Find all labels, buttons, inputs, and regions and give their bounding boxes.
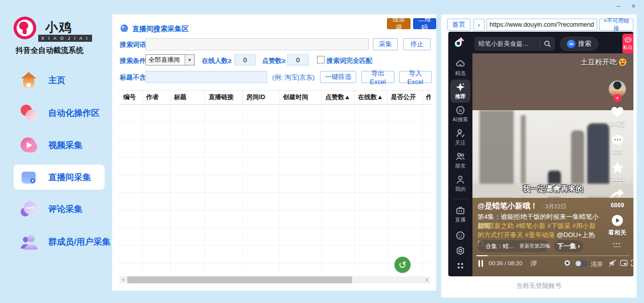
comment-icon[interactable] bbox=[610, 133, 625, 147]
progress-bar[interactable] bbox=[476, 255, 629, 256]
clear-screen-label: 清屏 bbox=[591, 260, 603, 269]
direct-message-badge[interactable]: 私信 bbox=[622, 34, 633, 54]
col-header[interactable]: 在线数▲ bbox=[354, 91, 387, 105]
sidebar-item-label: 视频采集 bbox=[48, 139, 83, 151]
sidebar-item-user-collect[interactable]: 群成员/用户采集 bbox=[14, 229, 105, 254]
recommend-icon bbox=[455, 82, 465, 92]
share-count: 6869 bbox=[611, 202, 624, 209]
mini-window-icon[interactable] bbox=[620, 259, 628, 267]
nav-ai-search[interactable]: AI AI搜索 bbox=[450, 103, 470, 126]
url-input[interactable] bbox=[487, 19, 597, 31]
message-icon bbox=[625, 37, 631, 43]
col-header[interactable]: 创建时间 bbox=[279, 91, 321, 105]
browser-back-button[interactable]: ‹ bbox=[473, 19, 485, 31]
next-episode-button[interactable]: 下一集 › bbox=[554, 240, 583, 252]
sidebar-item-label: 自动化操作区 bbox=[48, 107, 100, 119]
sidebar-item-live-collect[interactable]: 直播间采集 bbox=[14, 165, 105, 190]
online-count-label: 在线人数≥ bbox=[202, 56, 231, 65]
search-icon[interactable] bbox=[544, 40, 551, 47]
col-header[interactable]: 是否公开 bbox=[387, 91, 422, 105]
collect-button[interactable]: 采集 bbox=[373, 38, 398, 50]
horizontal-scrollbar[interactable]: ‹ › bbox=[120, 276, 431, 283]
invalid-link-button[interactable]: ×不可用链接 bbox=[599, 19, 633, 31]
search-words-label: 搜索词语 bbox=[120, 40, 146, 49]
featured-icon bbox=[455, 59, 465, 69]
scrollbar-thumb[interactable] bbox=[127, 276, 352, 283]
live-icon bbox=[455, 205, 465, 215]
fullscreen-icon[interactable] bbox=[630, 259, 633, 267]
table-row bbox=[120, 193, 431, 210]
col-header[interactable]: 标题 bbox=[170, 91, 205, 105]
user-collect-icon bbox=[19, 232, 38, 251]
minimize-button[interactable]: − bbox=[613, 1, 624, 11]
sidebar-item-comment-collect[interactable]: 评论采集 bbox=[14, 196, 105, 221]
export-excel-button[interactable]: 导出Excel bbox=[361, 71, 394, 83]
one-click-filter-button[interactable]: 一键筛选 bbox=[320, 71, 356, 83]
nav-live[interactable]: 直播 bbox=[450, 203, 470, 226]
share-icon[interactable] bbox=[610, 188, 625, 200]
scroll-right-icon[interactable]: › bbox=[423, 276, 431, 283]
related-videos-label[interactable]: 看相关 bbox=[608, 229, 626, 237]
playback-time: 00:36 / 08:20 bbox=[489, 260, 522, 266]
col-header[interactable]: 直播链接 bbox=[205, 91, 243, 105]
sidebar-item-home[interactable]: 主页 bbox=[14, 67, 105, 93]
login-status-text: 当前无登陆账号 bbox=[441, 281, 636, 290]
author-avatar[interactable] bbox=[609, 81, 626, 98]
section-title: 直播间搜索采集区 bbox=[132, 25, 189, 34]
exact-match-checkbox[interactable] bbox=[317, 56, 325, 63]
sidebar-item-automation[interactable]: 自动化操作区 bbox=[14, 100, 105, 125]
douyin-logo bbox=[452, 35, 467, 50]
nav-featured[interactable]: 精选 bbox=[450, 56, 470, 80]
qrcode-button[interactable]: 二维码 bbox=[413, 18, 436, 29]
close-button[interactable]: × bbox=[628, 1, 639, 11]
nav-settings[interactable] bbox=[450, 243, 470, 258]
progress-played bbox=[476, 255, 488, 256]
favorite-icon[interactable] bbox=[610, 161, 625, 174]
nav-recommend[interactable]: 推荐 bbox=[450, 80, 470, 103]
mute-icon[interactable] bbox=[608, 259, 617, 267]
nav-game-center[interactable] bbox=[450, 228, 470, 243]
like-icon[interactable] bbox=[610, 105, 625, 118]
nav-mine[interactable]: 我的 bbox=[450, 172, 470, 195]
video-author[interactable]: @是蜡笔小新哦！ · 3月22日 bbox=[477, 201, 567, 211]
nav-friends[interactable]: 朋友 bbox=[450, 149, 470, 172]
room-type-select[interactable]: 全部直播间 ▼ bbox=[145, 54, 195, 65]
online-count-input[interactable] bbox=[234, 54, 256, 65]
collection-pill[interactable]: 合集：蜡... 更新至第20集 bbox=[477, 240, 549, 252]
col-header[interactable]: 编号 bbox=[120, 91, 142, 105]
scroll-left-icon[interactable]: ‹ bbox=[120, 276, 127, 283]
clear-screen-toggle[interactable] bbox=[575, 260, 588, 267]
condition-label: 搜索条件 bbox=[120, 56, 146, 65]
emoji-icon bbox=[619, 58, 626, 66]
nav-more-apps[interactable] bbox=[450, 258, 470, 273]
col-header[interactable]: 点赞数▲ bbox=[321, 91, 354, 105]
likes-count-input[interactable] bbox=[287, 54, 308, 65]
col-header[interactable]: 作者ID bbox=[422, 91, 431, 105]
search-words-input[interactable] bbox=[145, 38, 369, 50]
ai-search-button[interactable]: AI 搜索 bbox=[560, 37, 598, 51]
pause-button[interactable] bbox=[478, 260, 483, 267]
related-videos-icon[interactable] bbox=[611, 214, 624, 227]
banned-words-button[interactable]: 违禁词 bbox=[387, 18, 411, 29]
col-header[interactable]: 作者 bbox=[142, 91, 170, 105]
nav-help[interactable]: ? bbox=[450, 273, 470, 276]
scrollbar-track[interactable] bbox=[127, 276, 423, 283]
col-header[interactable]: 房间ID bbox=[243, 91, 279, 105]
rail-more-icon[interactable]: ⋯ bbox=[613, 242, 621, 251]
stop-button[interactable]: 停止 bbox=[403, 38, 431, 50]
title-exclude-input[interactable] bbox=[145, 71, 267, 83]
player-settings-icon[interactable] bbox=[563, 259, 572, 267]
sidebar-item-label: 群成员/用户采集 bbox=[48, 236, 111, 248]
import-excel-button[interactable]: 导入Excel bbox=[399, 71, 432, 83]
live-room-collect-panel: 直播间搜索采集区 违禁词 二维码 搜索词语 采集 停止 搜索条件 全部直播间 ▼… bbox=[112, 14, 437, 291]
browser-home-button[interactable]: 首页 bbox=[447, 19, 470, 31]
refresh-button[interactable]: ↺ bbox=[394, 257, 411, 273]
table-header-row: 编号 作者 标题 直播链接 房间ID 创建时间 点赞数▲ 在线数▲ 是否公开 作… bbox=[120, 91, 431, 105]
video-player-area[interactable]: 土豆粉开吃 我一定還會再來的 @是蜡笔小新哦！ · 3月22日 第4集：谁能拒绝… bbox=[472, 53, 633, 276]
table-row bbox=[120, 263, 431, 272]
help-icon: ? bbox=[455, 276, 465, 276]
nav-following[interactable]: 关注 bbox=[450, 126, 470, 149]
danmaku-toggle[interactable]: 弹 bbox=[530, 259, 536, 268]
douyin-search-box[interactable]: 蜡笔小新美食篇… bbox=[474, 37, 555, 51]
sidebar-item-video-collect[interactable]: 视频采集 bbox=[14, 132, 105, 158]
